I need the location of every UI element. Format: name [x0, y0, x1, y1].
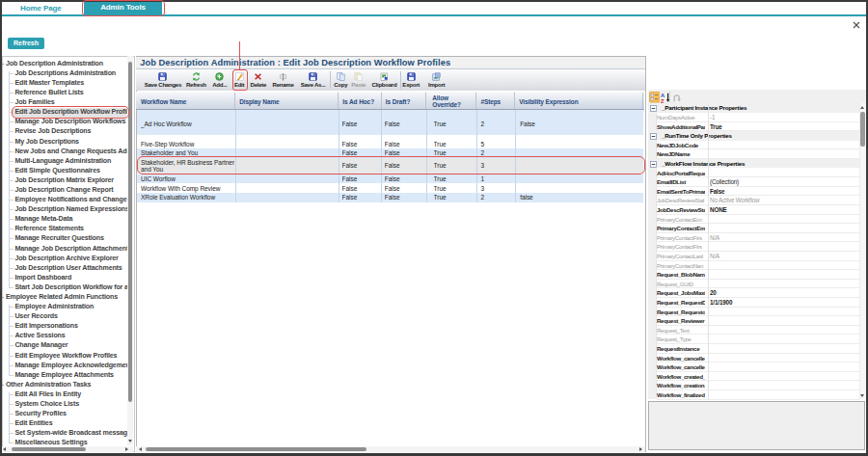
svg-text:Z: Z	[661, 98, 665, 103]
